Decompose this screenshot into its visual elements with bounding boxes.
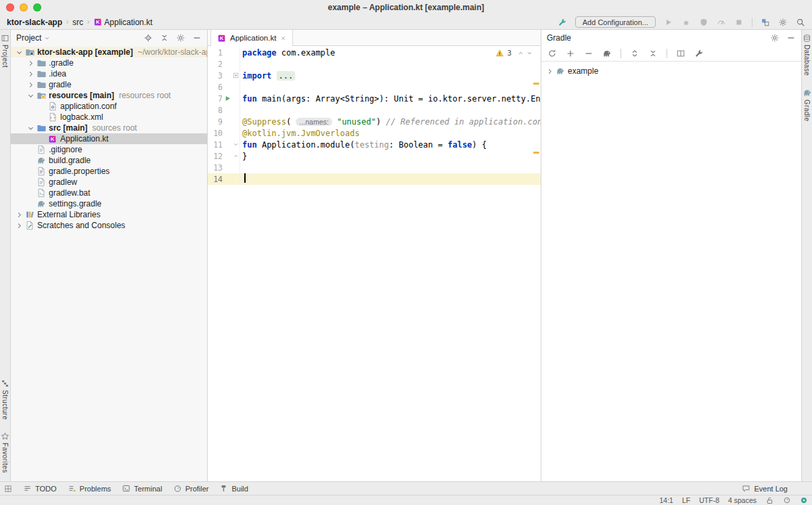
warning-icon[interactable] — [495, 49, 504, 58]
next-highlight-icon[interactable] — [526, 50, 533, 56]
warning-stripe-mark[interactable] — [533, 83, 539, 85]
code-line-7[interactable]: 7fun main(args: Array<String>): Unit = i… — [208, 93, 541, 104]
search-everywhere-icon[interactable] — [796, 18, 805, 27]
chevron-down-icon[interactable] — [15, 49, 24, 56]
code-line-10[interactable]: 10@kotlin.jvm.JvmOverloads — [208, 127, 541, 139]
fold-down-icon[interactable] — [232, 141, 240, 148]
breadcrumb-file[interactable]: Application.kt — [104, 18, 152, 27]
zoom-window-button[interactable] — [33, 3, 41, 12]
tree-item-settings-gradle[interactable]: settings.gradle — [11, 198, 207, 209]
chevron-right-icon[interactable] — [15, 211, 24, 219]
toolwindow-button-problems[interactable]: Problems — [68, 484, 111, 493]
project-collapse-all-icon[interactable] — [160, 33, 169, 43]
tree-item-application-conf[interactable]: application.conf — [11, 101, 207, 112]
toolwindow-button-project[interactable]: Project — [1, 34, 9, 68]
chevron-down-icon[interactable] — [26, 92, 35, 100]
fold-plus-icon[interactable] — [232, 72, 240, 79]
toolwindow-button-build[interactable]: Build — [219, 484, 248, 493]
lock-icon[interactable] — [765, 496, 774, 505]
settings-gear-icon[interactable] — [778, 18, 788, 27]
code-line-3[interactable]: 3import ... — [208, 70, 541, 81]
close-tab-icon[interactable] — [280, 35, 286, 41]
toolwindow-button-todo[interactable]: TODO — [23, 484, 57, 493]
tree-item-gradlew[interactable]: gradlew — [11, 177, 207, 188]
tree-item-gradle[interactable]: gradle — [11, 79, 207, 90]
gradle-expand-all-icon[interactable] — [630, 49, 639, 58]
toolwindow-switcher-button[interactable] — [4, 485, 12, 493]
close-window-button[interactable] — [6, 3, 14, 12]
tree-item-gitignore[interactable]: .gitignore — [11, 144, 207, 155]
gradle-remove-icon[interactable] — [584, 49, 593, 58]
toolwindow-button-profiler[interactable]: Profiler — [173, 484, 209, 493]
toolwindow-button-gradle[interactable]: Gradle — [803, 88, 812, 121]
code-line-14[interactable]: 14 — [208, 173, 541, 185]
gradle-execute-task-icon[interactable] — [602, 49, 612, 58]
status-caret-position[interactable]: 14:1 — [660, 496, 673, 504]
code-line-11[interactable]: 11fun Application.module(testing: Boolea… — [208, 139, 541, 150]
debug-disabled-icon[interactable] — [681, 18, 691, 27]
code-line-1[interactable]: 1package com.example — [208, 47, 541, 58]
tree-item-external-libraries[interactable]: External Libraries — [11, 209, 207, 220]
toolwindow-button-event-log[interactable]: Event Log — [742, 484, 788, 493]
code-line-12[interactable]: 12} — [208, 150, 541, 162]
gradle-tree-item-example[interactable]: example — [541, 66, 801, 76]
profile-disabled-icon[interactable] — [717, 18, 726, 27]
previous-highlight-icon[interactable] — [518, 50, 524, 56]
tree-item-gradlew-bat[interactable]: gradlew.bat — [11, 188, 207, 198]
code-line-8[interactable]: 8 — [208, 104, 541, 116]
toolwindow-button-favorites[interactable]: Favorites — [1, 432, 9, 473]
add-configuration-button[interactable]: Add Configuration... — [575, 16, 656, 28]
tree-item-resources-main[interactable]: resources [main]resources root — [11, 90, 207, 101]
status-indent-style[interactable]: 4 spaces — [728, 496, 757, 504]
gradle-refresh-icon[interactable] — [547, 49, 557, 58]
toolwindow-button-structure[interactable]: Structure — [1, 379, 9, 420]
project-panel-title[interactable]: Project — [16, 33, 41, 43]
gradle-gradle-settings-icon[interactable] — [694, 49, 704, 58]
chevron-down-icon[interactable] — [26, 125, 35, 132]
run-disabled-icon[interactable] — [664, 18, 673, 27]
stop-disabled-icon[interactable] — [734, 18, 744, 27]
chevron-down-icon[interactable] — [44, 35, 50, 41]
code-editor[interactable]: 1package com.example23import ...67fun ma… — [208, 46, 541, 481]
project-locate-icon[interactable] — [143, 33, 153, 43]
chevron-right-icon[interactable] — [15, 222, 24, 229]
gradle-add-icon[interactable] — [566, 49, 575, 58]
breadcrumb-folder[interactable]: src — [72, 18, 83, 27]
minimize-window-button[interactable] — [20, 3, 28, 12]
toolwindow-button-database[interactable]: Database — [803, 34, 811, 76]
project-settings-gear-icon[interactable] — [176, 33, 185, 43]
tab-application-kt[interactable]: K Application.kt — [210, 30, 293, 46]
status-line-separator[interactable]: LF — [682, 496, 690, 504]
project-structure-icon[interactable] — [761, 18, 770, 27]
warning-stripe-mark[interactable] — [533, 152, 539, 154]
tree-item-build-gradle[interactable]: build.gradle — [11, 155, 207, 166]
code-line-6[interactable]: 6 — [208, 81, 541, 93]
build-hammer-teal-icon[interactable] — [558, 18, 567, 27]
tree-item-logback-xml[interactable]: logback.xml — [11, 112, 207, 123]
code-line-13[interactable]: 13 — [208, 162, 541, 173]
chevron-right-icon[interactable] — [545, 68, 554, 75]
chevron-right-icon[interactable] — [26, 60, 35, 67]
tree-item-src-main[interactable]: src [main]sources root — [11, 123, 207, 133]
tree-item-scratches-and-consoles[interactable]: Scratches and Consoles — [11, 220, 207, 231]
indicator-icon[interactable] — [783, 496, 791, 504]
chevron-right-icon[interactable] — [26, 81, 35, 89]
gradle-settings-gear-icon[interactable] — [770, 33, 780, 43]
status-file-encoding[interactable]: UTF-8 — [699, 496, 719, 504]
code-line-2[interactable]: 2 — [208, 58, 541, 70]
gradle-collapse-all-icon[interactable] — [648, 49, 658, 58]
tree-item-ktor-slack-app-example[interactable]: ktor-slack-app [example]~/work/ktor-slac… — [11, 47, 207, 58]
gradle-toggle-view-icon[interactable] — [676, 49, 685, 58]
toolwindow-button-terminal[interactable]: Terminal — [122, 484, 162, 493]
project-hide-icon[interactable] — [192, 33, 202, 43]
fold-up-icon[interactable] — [232, 153, 240, 159]
tree-item-application-kt[interactable]: KApplication.kt — [11, 133, 207, 144]
tree-item-idea[interactable]: .idea — [11, 68, 207, 79]
coverage-disabled-icon[interactable] — [699, 18, 708, 27]
notification-icon[interactable] — [800, 496, 808, 504]
code-line-9[interactable]: 9@Suppress( ...names: "unused") // Refer… — [208, 116, 541, 127]
breadcrumb-project[interactable]: ktor-slack-app — [7, 18, 62, 27]
run-main-icon[interactable] — [223, 95, 232, 102]
tree-item-gradle[interactable]: .gradle — [11, 58, 207, 68]
chevron-right-icon[interactable] — [26, 70, 35, 78]
